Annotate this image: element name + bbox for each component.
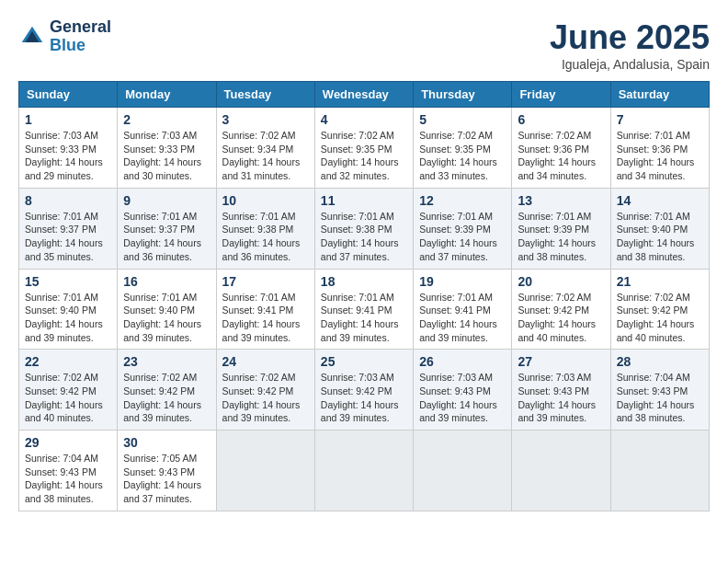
day-number: 11 [321,193,407,208]
title-area: June 2025 Igualeja, Andalusia, Spain [550,18,710,72]
day-number: 2 [123,112,210,127]
logo: General Blue [18,18,111,55]
page-header: General Blue June 2025 Igualeja, Andalus… [18,18,710,72]
day-info: Sunrise: 7:02 AM Sunset: 9:36 PM Dayligh… [518,129,604,183]
table-cell: 1Sunrise: 7:03 AM Sunset: 9:33 PM Daylig… [19,108,118,189]
table-cell: 26Sunrise: 7:03 AM Sunset: 9:43 PM Dayli… [414,350,512,431]
day-number: 18 [321,274,407,289]
day-number: 5 [419,112,506,127]
table-cell [414,431,512,511]
day-number: 24 [222,354,309,369]
calendar-header-row: Sunday Monday Tuesday Wednesday Thursday… [19,82,710,108]
calendar-week-2: 8Sunrise: 7:01 AM Sunset: 9:37 PM Daylig… [19,188,710,269]
logo-text: General Blue [50,18,111,55]
day-number: 28 [617,354,703,369]
day-number: 21 [617,274,703,289]
day-info: Sunrise: 7:03 AM Sunset: 9:42 PM Dayligh… [321,371,407,425]
header-wednesday: Wednesday [314,82,413,108]
calendar-week-4: 22Sunrise: 7:02 AM Sunset: 9:42 PM Dayli… [19,350,710,431]
logo-icon [18,23,46,51]
table-cell: 13Sunrise: 7:01 AM Sunset: 9:39 PM Dayli… [512,188,610,269]
calendar-subtitle: Igualeja, Andalusia, Spain [550,57,710,72]
header-tuesday: Tuesday [216,82,314,108]
day-number: 16 [123,274,210,289]
table-cell: 10Sunrise: 7:01 AM Sunset: 9:38 PM Dayli… [216,188,314,269]
table-cell: 8Sunrise: 7:01 AM Sunset: 9:37 PM Daylig… [19,188,118,269]
table-cell: 28Sunrise: 7:04 AM Sunset: 9:43 PM Dayli… [610,350,709,431]
day-info: Sunrise: 7:01 AM Sunset: 9:41 PM Dayligh… [222,291,309,345]
table-cell: 9Sunrise: 7:01 AM Sunset: 9:37 PM Daylig… [118,188,216,269]
day-number: 22 [25,354,111,369]
day-info: Sunrise: 7:01 AM Sunset: 9:40 PM Dayligh… [617,210,703,264]
day-info: Sunrise: 7:02 AM Sunset: 9:35 PM Dayligh… [321,129,407,183]
day-number: 25 [321,354,407,369]
day-info: Sunrise: 7:02 AM Sunset: 9:42 PM Dayligh… [617,291,703,345]
day-info: Sunrise: 7:01 AM Sunset: 9:39 PM Dayligh… [419,210,506,264]
day-number: 26 [419,354,506,369]
table-cell: 5Sunrise: 7:02 AM Sunset: 9:35 PM Daylig… [414,108,512,189]
day-info: Sunrise: 7:04 AM Sunset: 9:43 PM Dayligh… [25,452,111,506]
day-number: 29 [25,435,111,450]
day-info: Sunrise: 7:03 AM Sunset: 9:33 PM Dayligh… [25,129,111,183]
table-cell: 27Sunrise: 7:03 AM Sunset: 9:43 PM Dayli… [512,350,610,431]
day-info: Sunrise: 7:02 AM Sunset: 9:42 PM Dayligh… [123,371,210,425]
table-cell: 18Sunrise: 7:01 AM Sunset: 9:41 PM Dayli… [314,269,413,350]
table-cell: 24Sunrise: 7:02 AM Sunset: 9:42 PM Dayli… [216,350,314,431]
table-cell: 2Sunrise: 7:03 AM Sunset: 9:33 PM Daylig… [118,108,216,189]
day-number: 12 [419,193,506,208]
table-cell [314,431,413,511]
day-number: 19 [419,274,506,289]
table-cell [216,431,314,511]
header-saturday: Saturday [610,82,709,108]
table-cell: 30Sunrise: 7:05 AM Sunset: 9:43 PM Dayli… [118,431,216,511]
day-info: Sunrise: 7:01 AM Sunset: 9:36 PM Dayligh… [617,129,703,183]
day-number: 15 [25,274,111,289]
table-cell [610,431,709,511]
day-number: 17 [222,274,309,289]
header-thursday: Thursday [414,82,512,108]
day-info: Sunrise: 7:02 AM Sunset: 9:42 PM Dayligh… [25,371,111,425]
day-number: 4 [321,112,407,127]
day-info: Sunrise: 7:03 AM Sunset: 9:33 PM Dayligh… [123,129,210,183]
table-cell: 16Sunrise: 7:01 AM Sunset: 9:40 PM Dayli… [118,269,216,350]
day-number: 7 [617,112,703,127]
table-cell: 11Sunrise: 7:01 AM Sunset: 9:38 PM Dayli… [314,188,413,269]
day-number: 1 [25,112,111,127]
calendar-table: Sunday Monday Tuesday Wednesday Thursday… [18,81,710,511]
day-number: 27 [518,354,604,369]
day-info: Sunrise: 7:01 AM Sunset: 9:38 PM Dayligh… [321,210,407,264]
calendar-week-3: 15Sunrise: 7:01 AM Sunset: 9:40 PM Dayli… [19,269,710,350]
table-cell: 20Sunrise: 7:02 AM Sunset: 9:42 PM Dayli… [512,269,610,350]
table-cell: 21Sunrise: 7:02 AM Sunset: 9:42 PM Dayli… [610,269,709,350]
table-cell: 22Sunrise: 7:02 AM Sunset: 9:42 PM Dayli… [19,350,118,431]
day-info: Sunrise: 7:04 AM Sunset: 9:43 PM Dayligh… [617,371,703,425]
day-number: 14 [617,193,703,208]
day-number: 13 [518,193,604,208]
day-info: Sunrise: 7:02 AM Sunset: 9:35 PM Dayligh… [419,129,506,183]
day-number: 10 [222,193,309,208]
day-number: 23 [123,354,210,369]
table-cell [512,431,610,511]
day-info: Sunrise: 7:01 AM Sunset: 9:37 PM Dayligh… [25,210,111,264]
table-cell: 4Sunrise: 7:02 AM Sunset: 9:35 PM Daylig… [314,108,413,189]
day-info: Sunrise: 7:02 AM Sunset: 9:42 PM Dayligh… [518,291,604,345]
day-info: Sunrise: 7:03 AM Sunset: 9:43 PM Dayligh… [419,371,506,425]
day-info: Sunrise: 7:01 AM Sunset: 9:37 PM Dayligh… [123,210,210,264]
day-number: 9 [123,193,210,208]
day-info: Sunrise: 7:03 AM Sunset: 9:43 PM Dayligh… [518,371,604,425]
table-cell: 19Sunrise: 7:01 AM Sunset: 9:41 PM Dayli… [414,269,512,350]
day-info: Sunrise: 7:02 AM Sunset: 9:34 PM Dayligh… [222,129,309,183]
day-number: 3 [222,112,309,127]
header-sunday: Sunday [19,82,118,108]
table-cell: 7Sunrise: 7:01 AM Sunset: 9:36 PM Daylig… [610,108,709,189]
day-number: 20 [518,274,604,289]
table-cell: 3Sunrise: 7:02 AM Sunset: 9:34 PM Daylig… [216,108,314,189]
day-number: 30 [123,435,210,450]
header-monday: Monday [118,82,216,108]
day-info: Sunrise: 7:01 AM Sunset: 9:41 PM Dayligh… [321,291,407,345]
calendar-week-5: 29Sunrise: 7:04 AM Sunset: 9:43 PM Dayli… [19,431,710,511]
day-info: Sunrise: 7:02 AM Sunset: 9:42 PM Dayligh… [222,371,309,425]
table-cell: 14Sunrise: 7:01 AM Sunset: 9:40 PM Dayli… [610,188,709,269]
day-info: Sunrise: 7:01 AM Sunset: 9:41 PM Dayligh… [419,291,506,345]
table-cell: 15Sunrise: 7:01 AM Sunset: 9:40 PM Dayli… [19,269,118,350]
